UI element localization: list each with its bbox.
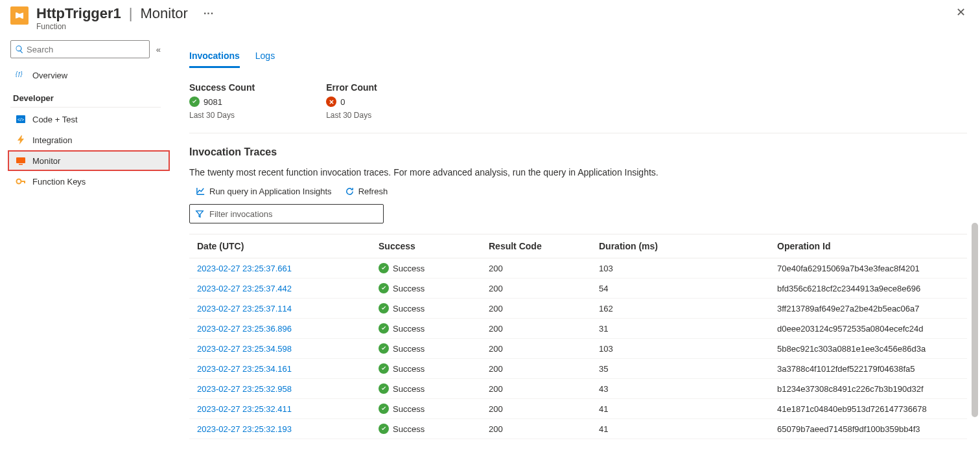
cell-date[interactable]: 2023-02-27 23:25:36.896 [189, 319, 371, 339]
cell-date[interactable]: 2023-02-27 23:25:37.114 [189, 299, 371, 319]
success-badge-icon [189, 97, 200, 107]
refresh-icon [345, 187, 355, 196]
sidebar-search[interactable] [10, 40, 150, 58]
table-row: 2023-02-27 23:25:34.598Success2001035b8e… [189, 339, 967, 359]
refresh-button[interactable]: Refresh [345, 187, 388, 196]
code-icon: </> [16, 114, 26, 124]
cell-success: Success [371, 399, 481, 419]
traces-description: The twenty most recent function invocati… [189, 167, 967, 177]
cell-operation: b1234e37308c8491c226c7b3b190d32f [769, 379, 967, 399]
sidebar-label: Function Keys [32, 177, 86, 187]
scrollbar-thumb[interactable] [972, 223, 978, 417]
close-button[interactable]: ✕ [952, 5, 970, 19]
title-separator: | [126, 5, 135, 22]
page-subtitle: Function [36, 22, 952, 31]
cell-date[interactable]: 2023-02-27 23:25:34.598 [189, 339, 371, 359]
th-operation[interactable]: Operation Id [769, 234, 967, 258]
cell-duration: 162 [591, 299, 769, 319]
tab-logs[interactable]: Logs [255, 51, 275, 68]
cell-success: Success [371, 379, 481, 399]
error-count-value: 0 [340, 97, 345, 107]
th-duration[interactable]: Duration (ms) [591, 234, 769, 258]
cell-duration: 54 [591, 279, 769, 299]
cell-result: 200 [481, 359, 591, 379]
sidebar-item-monitor[interactable]: Monitor [8, 150, 170, 171]
main-content: Invocations Logs Success Count 9081 Last… [170, 35, 980, 467]
cell-result: 200 [481, 319, 591, 339]
success-icon [379, 363, 389, 374]
filter-placeholder: Filter invocations [209, 209, 273, 219]
cell-operation: bfd356c6218cf2c2344913a9ece8e696 [769, 279, 967, 299]
table-row: 2023-02-27 23:25:34.161Success200353a378… [189, 359, 967, 379]
cell-success: Success [371, 279, 481, 299]
cell-date[interactable]: 2023-02-27 23:25:37.661 [189, 258, 371, 279]
sidebar: « {ƒ} Overview Developer </> Code + Test… [0, 35, 170, 467]
more-actions-button[interactable]: ··· [204, 8, 214, 19]
function-icon [10, 6, 29, 25]
cell-success: Success [371, 319, 481, 339]
cell-result: 200 [481, 299, 591, 319]
success-count-label: Success Count [189, 82, 255, 93]
cell-operation: d0eee203124c9572535a0804ecefc24d [769, 319, 967, 339]
invocations-table: Date (UTC) Success Result Code Duration … [189, 234, 967, 439]
traces-title: Invocation Traces [189, 146, 967, 158]
table-row: 2023-02-27 23:25:37.442Success20054bfd35… [189, 279, 967, 299]
error-badge-icon [326, 97, 336, 107]
sidebar-item-integration[interactable]: Integration [10, 130, 170, 150]
title-part1: HttpTrigger1 [36, 5, 121, 22]
cell-date[interactable]: 2023-02-27 23:25:34.161 [189, 359, 371, 379]
cell-duration: 41 [591, 399, 769, 419]
cell-result: 200 [481, 258, 591, 279]
sidebar-label: Monitor [32, 156, 60, 166]
page-title: HttpTrigger1 | Monitor ··· [36, 5, 952, 22]
overview-icon: {ƒ} [16, 70, 26, 80]
cell-date[interactable]: 2023-02-27 23:25:32.958 [189, 379, 371, 399]
cell-date[interactable]: 2023-02-27 23:25:32.411 [189, 399, 371, 419]
tabs: Invocations Logs [189, 51, 967, 68]
error-count-label: Error Count [326, 82, 377, 93]
cell-success: Success [371, 299, 481, 319]
cell-duration: 31 [591, 319, 769, 339]
sidebar-item-code-test[interactable]: </> Code + Test [10, 109, 170, 130]
monitor-icon [16, 155, 26, 166]
svg-text:</>: </> [18, 117, 24, 122]
header-title-wrap: HttpTrigger1 | Monitor ··· Function [36, 5, 952, 31]
filter-icon [195, 209, 204, 218]
cell-duration: 103 [591, 258, 769, 279]
table-row: 2023-02-27 23:25:36.896Success20031d0eee… [189, 319, 967, 339]
run-query-button[interactable]: Run query in Application Insights [196, 187, 332, 196]
th-date[interactable]: Date (UTC) [189, 234, 371, 258]
cell-success: Success [371, 339, 481, 359]
error-count-block: Error Count 0 Last 30 Days [326, 82, 377, 120]
success-icon [379, 383, 389, 394]
success-icon [379, 283, 389, 293]
cell-date[interactable]: 2023-02-27 23:25:37.442 [189, 279, 371, 299]
tab-invocations[interactable]: Invocations [189, 51, 240, 68]
cell-result: 200 [481, 339, 591, 359]
refresh-label: Refresh [358, 187, 388, 196]
key-icon [16, 176, 26, 187]
filter-invocations-input[interactable]: Filter invocations [189, 204, 384, 223]
cell-success: Success [371, 258, 481, 279]
cell-operation: 3ff213789af649e27a2be42b5eac06a7 [769, 299, 967, 319]
cell-duration: 103 [591, 339, 769, 359]
counts-row: Success Count 9081 Last 30 Days Error Co… [189, 82, 967, 133]
chart-line-icon [196, 187, 205, 196]
sidebar-label: Code + Test [32, 115, 78, 124]
cell-result: 200 [481, 419, 591, 439]
error-count-period: Last 30 Days [326, 111, 377, 120]
search-input[interactable] [27, 45, 145, 54]
svg-rect-4 [19, 164, 23, 165]
th-success[interactable]: Success [371, 234, 481, 258]
sidebar-item-function-keys[interactable]: Function Keys [10, 171, 170, 192]
th-result[interactable]: Result Code [481, 234, 591, 258]
collapse-sidebar-button[interactable]: « [156, 45, 161, 54]
svg-point-5 [17, 179, 21, 184]
sidebar-label: Overview [32, 71, 67, 80]
svg-rect-7 [24, 181, 25, 183]
sidebar-section-developer: Developer [10, 85, 161, 108]
cell-duration: 41 [591, 419, 769, 439]
sidebar-item-overview[interactable]: {ƒ} Overview [10, 65, 170, 85]
lightning-icon [16, 135, 26, 145]
cell-date[interactable]: 2023-02-27 23:25:32.193 [189, 419, 371, 439]
